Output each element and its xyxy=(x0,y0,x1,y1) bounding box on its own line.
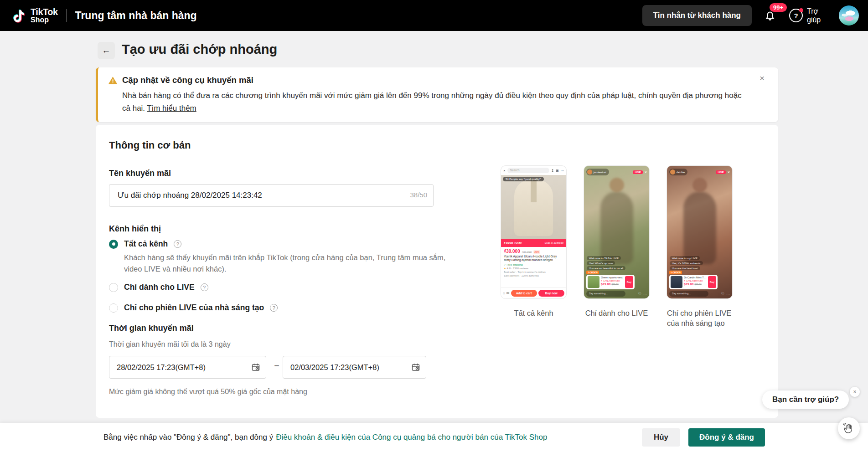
cart-icon: ⊞ xyxy=(556,169,558,173)
more-icon: ⋯ xyxy=(561,169,564,173)
live-product-card: 5 ORDER Dr.Cardin Men Trendy Ultra-Light… xyxy=(669,275,718,289)
help-label: Trợ giúp xyxy=(807,7,827,24)
tooltip-question-icon[interactable]: ? xyxy=(201,283,208,291)
back-button[interactable]: ← xyxy=(98,42,115,59)
agreement-prefix: Bằng việc nhấp vào "Đồng ý & đăng", bạn … xyxy=(103,433,273,442)
radio-selected-icon[interactable] xyxy=(109,240,118,249)
host-silhouette xyxy=(600,191,633,264)
phone3-topbar: debbie LIVE × xyxy=(669,169,730,175)
help-hand-button[interactable] xyxy=(838,417,860,439)
radio-label: Chỉ dành cho LIVE xyxy=(124,282,195,292)
live-comments: Welcome to TikTok LIVE Yes! What's up no… xyxy=(587,256,625,270)
more-icon: ⋯ xyxy=(726,292,730,296)
period-label: Thời gian khuyến mãi xyxy=(109,324,194,333)
seller-center-title: Trung tâm nhà bán hàng xyxy=(75,10,197,22)
search-input: Search xyxy=(507,168,549,173)
tooltip-question-icon[interactable]: ? xyxy=(270,304,278,312)
order-count-badge: 5 ORDER xyxy=(669,271,682,274)
caption-live-only: Chỉ dành cho LIVE xyxy=(566,308,667,318)
comment: Yes, it's 100% authentic xyxy=(670,261,703,265)
start-date-input[interactable]: 28/02/2025 17:23(GMT+8) xyxy=(109,356,266,379)
social-proof-pill: 54 People say "good quality!" xyxy=(503,177,544,181)
radio-unselected-icon[interactable] xyxy=(109,283,118,292)
preview-phone-live-only: jamiewinst LIVE × Welcome to TikTok LIVE… xyxy=(584,166,649,298)
end-date-value: 02/03/2025 17:23(GMT+8) xyxy=(290,363,379,372)
coat-photo xyxy=(514,180,553,236)
period-hint: Thời gian khuyến mãi tối đa là 3 ngày xyxy=(109,340,231,349)
live-host-pill: jamiewinst xyxy=(586,169,609,175)
rating-text: 4.8 · 7360 reviews xyxy=(507,267,528,270)
terms-link[interactable]: Điều khoản & điều kiện của Công cụ quảng… xyxy=(276,433,547,442)
buy-button: Buy xyxy=(625,276,633,288)
account-avatar[interactable] xyxy=(839,5,859,26)
help-button[interactable]: ? Trợ giúp xyxy=(789,7,827,24)
phone1-toolbar: × Search ↥ ⊞ ⋯ xyxy=(501,166,566,175)
channel-label: Kênh hiển thị xyxy=(109,224,161,234)
header-divider xyxy=(66,9,67,22)
live-product-card: 2 ORDER Green sports vest ⚡ LIVE flash s… xyxy=(586,275,635,289)
radio-option-all-channels[interactable]: Tất cả kênh ? xyxy=(109,239,181,249)
host-head xyxy=(610,178,624,192)
product-thumbnail xyxy=(671,276,682,288)
star-icon: ★ xyxy=(504,267,506,270)
close-icon: × xyxy=(728,170,730,175)
submit-button[interactable]: Đồng ý & đăng xyxy=(688,428,765,447)
comment: You are so beautiful to us all xyxy=(587,266,625,270)
comment: Welcome to TikTok LIVE xyxy=(587,256,621,260)
host-avatar xyxy=(587,170,592,175)
waving-hand-icon xyxy=(842,422,855,435)
page-title: Tạo ưu đãi chớp nhoáng xyxy=(122,42,277,57)
more-icon: ⋯ xyxy=(643,292,647,296)
caption-creator-live: Chỉ cho phiên LIVE của nhà sáng tạo xyxy=(667,308,736,329)
tooltip-question-icon[interactable]: ? xyxy=(174,240,181,248)
comment: Yes! What's up now xyxy=(587,261,615,265)
old-price: ₫37.000 xyxy=(522,251,532,253)
live-comment-input: Say something... xyxy=(669,291,708,297)
calendar-icon xyxy=(251,363,260,372)
phone2-topbar: jamiewinst LIVE × xyxy=(586,169,647,175)
char-counter: 38/50 xyxy=(410,191,427,199)
comment: Welcome to my LIVE xyxy=(670,256,700,260)
page-canvas: TikTok Shop Trung tâm nhà bán hàng Tin n… xyxy=(0,0,868,452)
live-flash-sale-tag: ⚡ LIVE flash sale xyxy=(684,279,707,282)
customer-messages-button[interactable]: Tin nhắn từ khách hàng xyxy=(642,5,752,26)
logo-wordmark: TikTok Shop xyxy=(31,8,58,23)
seller-line: Best seller · Top 1 in women's clothes xyxy=(504,271,563,273)
learn-more-link[interactable]: Tìm hiểu thêm xyxy=(147,104,196,113)
warning-icon xyxy=(108,76,118,85)
discount-badge: 20% xyxy=(533,250,540,254)
product-name: Green sports vest xyxy=(601,276,624,279)
product-image: 54 People say "good quality!" xyxy=(501,175,566,239)
store-icon: ⌂ xyxy=(503,291,505,295)
question-mark-icon: ? xyxy=(789,9,803,22)
preview-phone-all-channels: × Search ↥ ⊞ ⋯ 54 People say "good quali… xyxy=(501,166,566,298)
promo-name-field: 38/50 xyxy=(109,184,434,207)
radio-unselected-icon[interactable] xyxy=(109,303,118,313)
agreement-text: Bằng việc nhấp vào "Đồng ý & đăng", bạn … xyxy=(103,433,547,442)
calendar-icon xyxy=(411,363,420,372)
price: $19.00 xyxy=(684,282,693,286)
promo-name-input[interactable] xyxy=(109,184,434,207)
help-bubble[interactable]: Bạn cần trợ giúp? xyxy=(762,390,849,409)
radio-label: Tất cả kênh xyxy=(124,239,168,249)
radio-option-creator-live[interactable]: Chỉ cho phiên LIVE của nhà sáng tạo ? xyxy=(109,303,278,313)
tiktok-shop-logo[interactable]: TikTok Shop xyxy=(10,7,58,24)
live-host-pill: debbie xyxy=(669,169,687,175)
end-date-input[interactable]: 02/03/2025 17:23(GMT+8) xyxy=(283,356,426,379)
host-avatar xyxy=(670,170,675,175)
flash-sale-timer: Ends in 23:59:59 xyxy=(545,241,563,244)
buy-now-button: Buy now xyxy=(538,290,564,297)
banner-title: Cập nhật về công cụ khuyến mãi xyxy=(122,75,253,85)
radio-option-live-only[interactable]: Chỉ dành cho LIVE ? xyxy=(109,282,208,292)
notifications-button[interactable]: 99+ xyxy=(764,9,777,22)
host-username: debbie xyxy=(677,171,685,174)
basic-info-card: Thông tin cơ bản Tên khuyến mãi 38/50 Kê… xyxy=(96,125,778,418)
share-icon: ↥ xyxy=(551,169,554,173)
heart-icon: ♡ xyxy=(721,292,724,296)
host-username: jamiewinst xyxy=(594,171,606,174)
notification-badge: 99+ xyxy=(770,3,787,12)
help-bubble-close-icon[interactable]: × xyxy=(850,387,860,397)
cancel-button[interactable]: Hủy xyxy=(642,428,680,447)
banner-close-icon[interactable]: × xyxy=(757,73,767,83)
all-channels-description: Khách hàng sẽ thấy khuyến mãi trên khắp … xyxy=(124,252,446,275)
